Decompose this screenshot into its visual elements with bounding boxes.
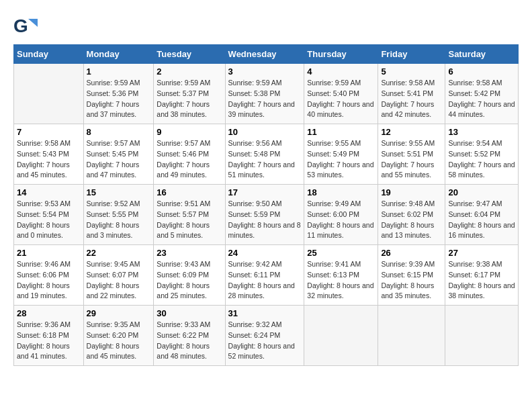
day-number: 16 bbox=[157, 187, 222, 197]
day-number: 11 bbox=[307, 127, 375, 137]
day-number: 27 bbox=[448, 248, 515, 258]
day-number: 17 bbox=[228, 187, 302, 197]
day-number: 9 bbox=[157, 127, 222, 137]
day-detail: Sunrise: 9:48 AM Sunset: 6:02 PM Dayligh… bbox=[381, 199, 435, 239]
weekday-header: Wednesday bbox=[225, 45, 304, 64]
logo: G bbox=[13, 13, 41, 38]
calendar-week-row: 28 Sunrise: 9:36 AM Sunset: 6:18 PM Dayl… bbox=[14, 306, 519, 366]
calendar-cell: 20 Sunrise: 9:47 AM Sunset: 6:04 PM Dayl… bbox=[445, 185, 519, 245]
day-number: 26 bbox=[381, 248, 442, 258]
day-number: 6 bbox=[448, 66, 515, 77]
day-detail: Sunrise: 9:36 AM Sunset: 6:18 PM Dayligh… bbox=[17, 320, 71, 360]
day-detail: Sunrise: 9:35 AM Sunset: 6:20 PM Dayligh… bbox=[87, 320, 140, 360]
day-number: 13 bbox=[448, 127, 515, 137]
day-number: 22 bbox=[87, 248, 151, 258]
day-detail: Sunrise: 9:55 AM Sunset: 5:49 PM Dayligh… bbox=[307, 139, 373, 179]
day-detail: Sunrise: 9:59 AM Sunset: 5:38 PM Dayligh… bbox=[228, 79, 295, 118]
day-detail: Sunrise: 9:54 AM Sunset: 5:52 PM Dayligh… bbox=[448, 139, 515, 179]
day-number: 23 bbox=[157, 248, 222, 258]
calendar-cell: 22 Sunrise: 9:45 AM Sunset: 6:07 PM Dayl… bbox=[83, 245, 154, 306]
calendar-cell: 16 Sunrise: 9:51 AM Sunset: 5:57 PM Dayl… bbox=[154, 185, 225, 245]
calendar-week-row: 21 Sunrise: 9:46 AM Sunset: 6:06 PM Dayl… bbox=[14, 245, 519, 306]
calendar-header-row: SundayMondayTuesdayWednesdayThursdayFrid… bbox=[14, 45, 519, 64]
day-detail: Sunrise: 9:39 AM Sunset: 6:15 PM Dayligh… bbox=[381, 260, 435, 300]
svg-marker-1 bbox=[28, 19, 38, 27]
day-detail: Sunrise: 9:32 AM Sunset: 6:24 PM Dayligh… bbox=[228, 320, 295, 360]
calendar-cell: 3 Sunrise: 9:59 AM Sunset: 5:38 PM Dayli… bbox=[225, 64, 304, 124]
day-number: 10 bbox=[228, 127, 302, 137]
calendar-cell: 6 Sunrise: 9:58 AM Sunset: 5:42 PM Dayli… bbox=[445, 64, 519, 124]
calendar-cell bbox=[304, 306, 378, 366]
calendar-cell: 21 Sunrise: 9:46 AM Sunset: 6:06 PM Dayl… bbox=[14, 245, 84, 306]
day-detail: Sunrise: 9:53 AM Sunset: 5:54 PM Dayligh… bbox=[17, 199, 71, 239]
day-detail: Sunrise: 9:52 AM Sunset: 5:55 PM Dayligh… bbox=[87, 199, 140, 239]
day-number: 8 bbox=[87, 127, 151, 137]
calendar-cell: 28 Sunrise: 9:36 AM Sunset: 6:18 PM Dayl… bbox=[14, 306, 84, 366]
svg-text:G: G bbox=[13, 15, 28, 36]
calendar-cell: 10 Sunrise: 9:56 AM Sunset: 5:48 PM Dayl… bbox=[225, 124, 304, 185]
calendar-cell: 13 Sunrise: 9:54 AM Sunset: 5:52 PM Dayl… bbox=[445, 124, 519, 185]
day-number: 3 bbox=[228, 66, 302, 77]
weekday-header: Tuesday bbox=[154, 45, 225, 64]
calendar-cell: 11 Sunrise: 9:55 AM Sunset: 5:49 PM Dayl… bbox=[304, 124, 378, 185]
day-number: 12 bbox=[381, 127, 442, 137]
day-detail: Sunrise: 9:56 AM Sunset: 5:48 PM Dayligh… bbox=[228, 139, 295, 179]
calendar-cell bbox=[14, 64, 84, 124]
calendar-cell: 2 Sunrise: 9:59 AM Sunset: 5:37 PM Dayli… bbox=[154, 64, 225, 124]
day-number: 21 bbox=[17, 248, 81, 258]
calendar-cell: 9 Sunrise: 9:57 AM Sunset: 5:46 PM Dayli… bbox=[154, 124, 225, 185]
page-header: G bbox=[13, 13, 519, 38]
day-detail: Sunrise: 9:58 AM Sunset: 5:43 PM Dayligh… bbox=[17, 139, 71, 179]
day-detail: Sunrise: 9:38 AM Sunset: 6:17 PM Dayligh… bbox=[448, 260, 515, 300]
day-detail: Sunrise: 9:46 AM Sunset: 6:06 PM Dayligh… bbox=[17, 260, 71, 300]
day-number: 20 bbox=[448, 187, 515, 197]
day-detail: Sunrise: 9:50 AM Sunset: 5:59 PM Dayligh… bbox=[228, 199, 301, 239]
day-number: 7 bbox=[17, 127, 81, 137]
calendar-cell bbox=[378, 306, 445, 366]
day-number: 18 bbox=[307, 187, 375, 197]
day-number: 15 bbox=[87, 187, 151, 197]
day-detail: Sunrise: 9:45 AM Sunset: 6:07 PM Dayligh… bbox=[87, 260, 140, 300]
weekday-header: Friday bbox=[378, 45, 445, 64]
day-detail: Sunrise: 9:59 AM Sunset: 5:40 PM Dayligh… bbox=[307, 79, 373, 118]
day-detail: Sunrise: 9:41 AM Sunset: 6:13 PM Dayligh… bbox=[307, 260, 373, 300]
calendar-cell: 19 Sunrise: 9:48 AM Sunset: 6:02 PM Dayl… bbox=[378, 185, 445, 245]
day-number: 29 bbox=[87, 308, 151, 318]
calendar-cell: 15 Sunrise: 9:52 AM Sunset: 5:55 PM Dayl… bbox=[83, 185, 154, 245]
calendar-cell: 30 Sunrise: 9:33 AM Sunset: 6:22 PM Dayl… bbox=[154, 306, 225, 366]
calendar-cell: 29 Sunrise: 9:35 AM Sunset: 6:20 PM Dayl… bbox=[83, 306, 154, 366]
day-number: 14 bbox=[17, 187, 81, 197]
weekday-header: Monday bbox=[83, 45, 154, 64]
calendar-cell: 26 Sunrise: 9:39 AM Sunset: 6:15 PM Dayl… bbox=[378, 245, 445, 306]
logo-icon: G bbox=[13, 13, 38, 38]
calendar-table: SundayMondayTuesdayWednesdayThursdayFrid… bbox=[13, 44, 519, 366]
day-detail: Sunrise: 9:49 AM Sunset: 6:00 PM Dayligh… bbox=[307, 199, 373, 239]
calendar-cell bbox=[445, 306, 519, 366]
calendar-cell: 8 Sunrise: 9:57 AM Sunset: 5:45 PM Dayli… bbox=[83, 124, 154, 185]
calendar-cell: 4 Sunrise: 9:59 AM Sunset: 5:40 PM Dayli… bbox=[304, 64, 378, 124]
day-detail: Sunrise: 9:57 AM Sunset: 5:46 PM Dayligh… bbox=[157, 139, 210, 179]
calendar-cell: 18 Sunrise: 9:49 AM Sunset: 6:00 PM Dayl… bbox=[304, 185, 378, 245]
calendar-cell: 14 Sunrise: 9:53 AM Sunset: 5:54 PM Dayl… bbox=[14, 185, 84, 245]
day-detail: Sunrise: 9:47 AM Sunset: 6:04 PM Dayligh… bbox=[448, 199, 515, 239]
calendar-cell: 23 Sunrise: 9:43 AM Sunset: 6:09 PM Dayl… bbox=[154, 245, 225, 306]
weekday-header: Saturday bbox=[445, 45, 519, 64]
calendar-week-row: 1 Sunrise: 9:59 AM Sunset: 5:36 PM Dayli… bbox=[14, 64, 519, 124]
day-detail: Sunrise: 9:42 AM Sunset: 6:11 PM Dayligh… bbox=[228, 260, 295, 300]
day-detail: Sunrise: 9:59 AM Sunset: 5:36 PM Dayligh… bbox=[87, 79, 140, 118]
day-detail: Sunrise: 9:33 AM Sunset: 6:22 PM Dayligh… bbox=[157, 320, 210, 360]
day-number: 25 bbox=[307, 248, 375, 258]
calendar-cell: 31 Sunrise: 9:32 AM Sunset: 6:24 PM Dayl… bbox=[225, 306, 304, 366]
day-number: 2 bbox=[157, 66, 222, 77]
weekday-header: Thursday bbox=[304, 45, 378, 64]
calendar-cell: 24 Sunrise: 9:42 AM Sunset: 6:11 PM Dayl… bbox=[225, 245, 304, 306]
day-detail: Sunrise: 9:51 AM Sunset: 5:57 PM Dayligh… bbox=[157, 199, 210, 239]
weekday-header: Sunday bbox=[14, 45, 84, 64]
calendar-cell: 7 Sunrise: 9:58 AM Sunset: 5:43 PM Dayli… bbox=[14, 124, 84, 185]
day-number: 4 bbox=[307, 66, 375, 77]
calendar-cell: 1 Sunrise: 9:59 AM Sunset: 5:36 PM Dayli… bbox=[83, 64, 154, 124]
day-number: 19 bbox=[381, 187, 442, 197]
day-number: 31 bbox=[228, 308, 302, 318]
day-number: 28 bbox=[17, 308, 81, 318]
calendar-cell: 17 Sunrise: 9:50 AM Sunset: 5:59 PM Dayl… bbox=[225, 185, 304, 245]
